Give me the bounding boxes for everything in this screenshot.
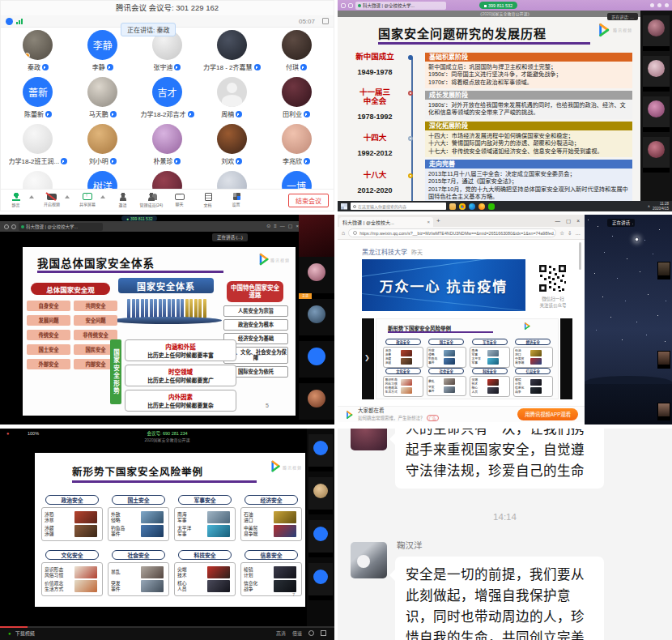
video-tile[interactable] [657, 262, 670, 279]
video-tile[interactable] [299, 383, 334, 425]
new-tab-icon[interactable]: + [436, 217, 440, 224]
meeting-id-pill[interactable]: 399 811 532 [479, 2, 517, 9]
toolbar-mic[interactable]: 静音 [6, 193, 27, 208]
back-icon[interactable] [4, 224, 9, 229]
address-field[interactable]: https://mp.weixin.qq.com/s?__biz=MzIwMTE… [348, 228, 556, 237]
window-controls[interactable]: —▢× [555, 218, 583, 224]
stage-box: 成长发展阶段1980s'：对外开放在给我国带来发展机遇的同时，也给我国的政治、经… [425, 91, 632, 119]
participant-tile[interactable]: 田利业 [264, 77, 329, 123]
download-video-button[interactable]: 下载视频 [15, 629, 35, 637]
chevron-up-icon[interactable] [100, 195, 105, 198]
windows-start-icon[interactable] [341, 203, 347, 210]
folder-icon[interactable] [449, 203, 456, 210]
participant-tile[interactable]: 力学18-2班王润... [6, 124, 70, 170]
participant-tile[interactable]: 张宇迪 [135, 30, 200, 76]
participant-tile[interactable]: 朴景珍 [135, 124, 200, 170]
audio-badge-icon [300, 64, 307, 70]
window-controls[interactable]: ⊙≡—▢× [266, 221, 299, 232]
participant-tile[interactable]: 蕾新陈蕾新 [6, 77, 70, 123]
chevron-up-icon[interactable] [29, 195, 34, 198]
video-tile[interactable] [643, 96, 670, 132]
risk-item: 南海 军事 [177, 511, 232, 523]
risk-item: 南海 军事 [472, 349, 508, 356]
participant-tile[interactable]: 周楠 [199, 77, 264, 123]
situation-items: 内涵和外延比历史上任何时候都要丰富时空领域比历史上任何时候都要宽广内外因素比历史… [125, 339, 236, 415]
participant-tile[interactable]: 李兆欣 [264, 124, 329, 170]
firefox-icon[interactable] [478, 203, 485, 210]
toolbar-invite[interactable]: 邀请 [113, 193, 134, 208]
participant-tile[interactable]: 秦政 [6, 30, 70, 76]
open-app-button[interactable]: 用腾讯视频APP观看 [517, 408, 578, 420]
browser-tab[interactable]: 科大微课 | @全校校大学... [19, 223, 103, 231]
refresh-icon[interactable] [11, 224, 16, 229]
quality-button[interactable]: 高清 [276, 629, 286, 637]
risk-row: 政治安全涉恐 涉暴涉藏 涉疆国土安全外敌 侵略钓鱼岛 事件军事安全南海 军事太平… [41, 495, 302, 541]
chrome-icon[interactable] [459, 203, 466, 210]
video-tile[interactable] [308, 477, 333, 514]
browser-tab[interactable]: 科大微课 | @全校校大...× [339, 217, 433, 227]
toolbar-label: 设置 [232, 201, 240, 207]
scrollbar[interactable] [579, 242, 581, 270]
audio-badge-icon [174, 158, 181, 164]
home-icon[interactable]: ⌂ [342, 230, 345, 236]
toolbar-apps[interactable]: 设置 [226, 193, 247, 207]
stage-body: 新中国成立后：巩固国防与捍卫主权和领土完整；1950s'：同帝国主义进行坚决斗争… [425, 62, 632, 88]
tab-close-icon[interactable]: × [427, 220, 430, 224]
browser-tab[interactable]: 科大微课 | @全校校大学... [355, 2, 446, 10]
video-tile[interactable] [299, 299, 334, 341]
risk-item-label: 南海 军事 [472, 349, 486, 356]
window-controls[interactable] [650, 3, 669, 7]
fullscreen-icon[interactable] [322, 18, 329, 24]
video-tile[interactable] [643, 56, 670, 92]
participant-tile[interactable]: 马天鹏 [70, 77, 135, 123]
toolbar-screen[interactable]: 共享屏幕 [77, 193, 98, 207]
toolbar-members[interactable]: 管理成员(24) [141, 193, 162, 208]
tab-favicon [358, 4, 361, 7]
video-tile[interactable] [308, 563, 333, 600]
video-tile[interactable] [643, 15, 670, 51]
toolbar-chat[interactable]: 聊天 [169, 193, 190, 207]
collections-icon[interactable]: ⇩ [568, 230, 572, 237]
speed-button[interactable]: 倍速 [292, 629, 302, 637]
status-dot [24, 53, 30, 58]
participant-tile[interactable]: 付琪 [264, 30, 329, 76]
video-tile[interactable] [308, 520, 333, 557]
browser-window: 科大微课 | @全校校大...× + —▢× ⌂ https://mp.weix… [338, 215, 585, 425]
taskbar-search-input[interactable]: 在这里输入你要搜索的内容 [351, 203, 446, 210]
embedded-video[interactable]: ❯ 新形势下国家安全风险举例 政治安全涉恐 涉暴涉藏 涉疆国土安全外敌 侵略钓鱼… [362, 318, 572, 399]
video-tile[interactable] [657, 351, 670, 369]
risk-item: 中美贸 易争端 [244, 525, 299, 537]
settings-icon[interactable] [308, 630, 314, 636]
edge-icon[interactable] [469, 203, 475, 210]
toolbar-camera[interactable]: 开启视频 [41, 193, 62, 207]
article-source[interactable]: 黑龙江科技大学昨天 [362, 247, 423, 256]
participant-tile[interactable]: 刘小明 [70, 124, 135, 170]
participant-tile[interactable]: 力学18 - 2齐嘉慧 [199, 30, 264, 76]
chevron-up-icon[interactable] [65, 195, 70, 198]
toolbar-doc[interactable]: 文档 [198, 193, 219, 208]
risk-group-header: 科技安全 [178, 550, 232, 560]
participant-tile[interactable]: 刘欢 [199, 124, 264, 170]
video-tile[interactable] [308, 434, 333, 471]
avatar[interactable] [351, 542, 387, 578]
video-tile[interactable]: 主讲 [299, 257, 334, 299]
progress-bar[interactable] [0, 626, 334, 628]
video-tile[interactable] [643, 137, 670, 173]
video-tile[interactable] [299, 215, 334, 257]
back-icon[interactable] [341, 3, 346, 8]
video-tile[interactable] [657, 403, 670, 420]
refresh-icon[interactable] [348, 3, 353, 8]
system-tray[interactable]: ∧ 11:282020/4/15 [648, 202, 669, 211]
wechat-icon[interactable] [488, 203, 495, 210]
participant-tile[interactable]: 李静李静 [70, 30, 135, 76]
favorite-icon[interactable]: ☆ [559, 230, 564, 237]
fullscreen-icon[interactable] [321, 630, 326, 636]
participant-tile[interactable]: 吉才力学18-2邓吉才 [135, 77, 200, 123]
video-tile[interactable] [299, 341, 334, 383]
video-thumbnail[interactable]: 新形势下国家安全风险举例 政治安全涉恐 涉暴涉藏 涉疆国土安全外敌 侵略钓鱼岛 … [376, 318, 559, 399]
risk-group-body: 暴乱突发 事件 [108, 562, 169, 596]
end-meeting-button[interactable]: 结束会议 [288, 194, 329, 207]
chevron-right-icon[interactable]: ❯ [364, 354, 370, 361]
more-icon[interactable]: … [576, 230, 581, 236]
avatar[interactable] [351, 429, 387, 450]
